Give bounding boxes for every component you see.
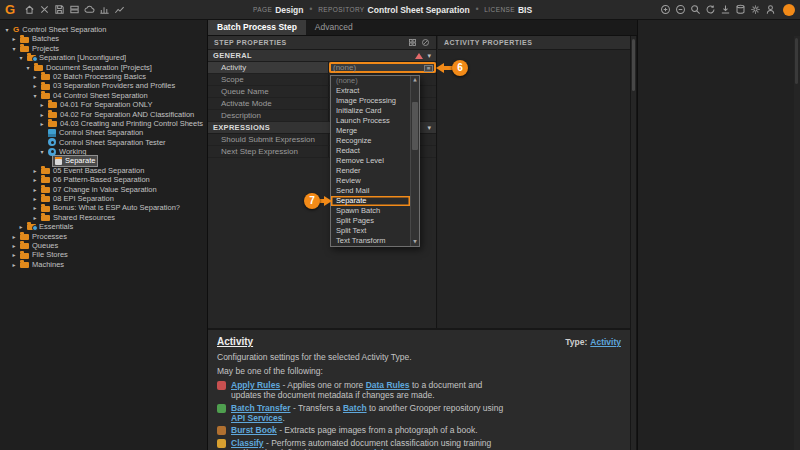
clear-icon[interactable] [420,38,430,48]
tree-item[interactable]: ▸03 Separation Providers and Profiles [0,81,207,90]
help-link[interactable]: Batch [343,403,367,413]
dropdown-item[interactable]: Merge [331,126,410,136]
expander-icon[interactable]: ▸ [10,232,18,241]
dropdown-item[interactable]: Send Mail [331,186,410,196]
tree-item[interactable]: ▸Batches [0,34,207,43]
line-chart-icon[interactable] [112,2,127,17]
help-link[interactable]: Apply Rules [231,380,280,390]
dropdown-item[interactable]: Separate [331,196,410,206]
expander-icon[interactable]: ▸ [10,34,18,43]
tree-item[interactable]: ▸Machines [0,260,207,269]
tree-item[interactable]: ▸Shared Resources [0,213,207,222]
help-link[interactable]: Batch Transfer [231,403,291,413]
dropdown-scrollbar-thumb[interactable] [412,102,418,150]
tree-item[interactable]: Control Sheet Separation [0,128,207,137]
property-group-header[interactable]: GENERAL▾ [208,50,436,62]
expander-icon[interactable]: ▾ [17,53,25,62]
settings-icon[interactable] [748,2,763,17]
scroll-down-icon[interactable] [411,238,419,246]
dropdown-item[interactable]: (none) [331,76,410,86]
expander-icon[interactable]: ▸ [10,250,18,259]
tree-item[interactable]: ▸06 Pattern-Based Separation [0,175,207,184]
add-circle-icon[interactable] [658,2,673,17]
editor-scrollbar[interactable] [630,36,637,450]
help-link[interactable]: Classify [231,438,264,448]
dropdown-item[interactable]: Spawn Batch [331,206,410,216]
dropdown-item[interactable]: Split Text [331,226,410,236]
tree-item[interactable]: ▾04 Control Sheet Separation [0,91,207,100]
right-scrollbar-thumb[interactable] [795,38,798,84]
database-icon[interactable] [733,2,748,17]
save-icon[interactable] [52,2,67,17]
home-icon[interactable] [22,2,37,17]
scroll-up-icon[interactable] [411,76,419,84]
archive-icon[interactable] [67,2,82,17]
tree-item[interactable]: ▸Bonus: What is ESP Auto Separation? [0,203,207,212]
expander-icon[interactable]: ▸ [10,241,18,250]
refresh-icon[interactable] [703,2,718,17]
dropdown-item[interactable]: Remove Level [331,156,410,166]
expander-icon[interactable]: ▸ [38,119,46,128]
dropdown-item[interactable]: Image Processing [331,96,410,106]
dropdown-item[interactable]: Review [331,176,410,186]
tree-item[interactable]: Control Sheet Separation Tester [0,138,207,147]
expander-icon[interactable]: ▸ [31,175,39,184]
dropdown-item[interactable]: Redact [331,146,410,156]
tree-item[interactable]: ▾Separation [Unconfigured] [0,53,207,62]
tree-item[interactable]: ▾Working [0,147,207,156]
expander-icon[interactable]: ▾ [31,91,39,100]
help-type-link[interactable]: Activity [590,337,621,347]
property-row[interactable]: Activity(none)≡ [208,62,436,74]
expander-icon[interactable]: ▸ [38,100,46,109]
tree-item[interactable]: ▸07 Change in Value Separation [0,185,207,194]
dropdown-item[interactable]: Extract [331,86,410,96]
tree-item[interactable]: ▾Projects [0,44,207,53]
editor-scrollbar-thumb[interactable] [632,39,635,91]
tree-item[interactable]: Separate [0,156,207,165]
dropdown-scrollbar[interactable] [410,76,419,246]
expander-icon[interactable]: ▸ [10,260,18,269]
expander-icon[interactable]: ▸ [31,213,39,222]
tree-item[interactable]: ▸Queues [0,241,207,250]
expander-icon[interactable]: ▸ [31,81,39,90]
expander-icon[interactable]: ▾ [3,25,11,34]
dropdown-button-icon[interactable]: ≡ [424,65,433,72]
user-icon[interactable] [763,2,778,17]
dropdown-item[interactable]: Text Transform [331,236,410,246]
expander-icon[interactable]: ▸ [31,166,39,175]
search-icon[interactable] [688,2,703,17]
right-scrollbar[interactable] [794,36,800,450]
collapse-icon[interactable]: ▾ [427,50,431,62]
collapse-icon[interactable]: ▾ [427,122,431,134]
tree-item[interactable]: ▸04.02 For Separation AND Classification [0,110,207,119]
tab-advanced[interactable]: Advanced [306,20,362,35]
tree-item[interactable]: ▸Processes [0,232,207,241]
expander-icon[interactable]: ▸ [31,72,39,81]
expander-icon[interactable]: ▸ [31,194,39,203]
tree-item[interactable]: ▸File Stores [0,250,207,259]
cloud-icon[interactable] [82,2,97,17]
expander-icon[interactable]: ▸ [38,110,46,119]
help-link[interactable]: Data Rules [366,380,410,390]
expander-icon[interactable]: ▾ [24,63,32,72]
tree-item[interactable]: ▸02 Batch Processing Basics [0,72,207,81]
dropdown-item[interactable]: Initialize Card [331,106,410,116]
page-value[interactable]: Design [275,5,303,15]
bar-chart-icon[interactable] [97,2,112,17]
tree-item[interactable]: ▸04.01 For Separation ONLY [0,100,207,109]
status-badge-icon[interactable] [783,4,795,16]
help-link[interactable]: API Services [231,413,283,423]
help-link[interactable]: Burst Book [231,425,277,435]
dropdown-item[interactable]: Launch Process [331,116,410,126]
categorize-icon[interactable] [407,38,417,48]
tab-batch-process-step[interactable]: Batch Process Step [208,20,306,35]
tree-item[interactable]: ▸04.03 Creating and Printing Control She… [0,119,207,128]
tools-icon[interactable] [37,2,52,17]
expander-icon[interactable]: ▾ [10,44,18,53]
remove-circle-icon[interactable] [673,2,688,17]
download-icon[interactable] [718,2,733,17]
tree-item[interactable]: ▸Essentials [0,222,207,231]
tree-item[interactable]: ▾GControl Sheet Separation [0,25,207,34]
expander-icon[interactable]: ▾ [38,147,46,156]
tree-item[interactable]: ▾Document Separation [Projects] [0,63,207,72]
